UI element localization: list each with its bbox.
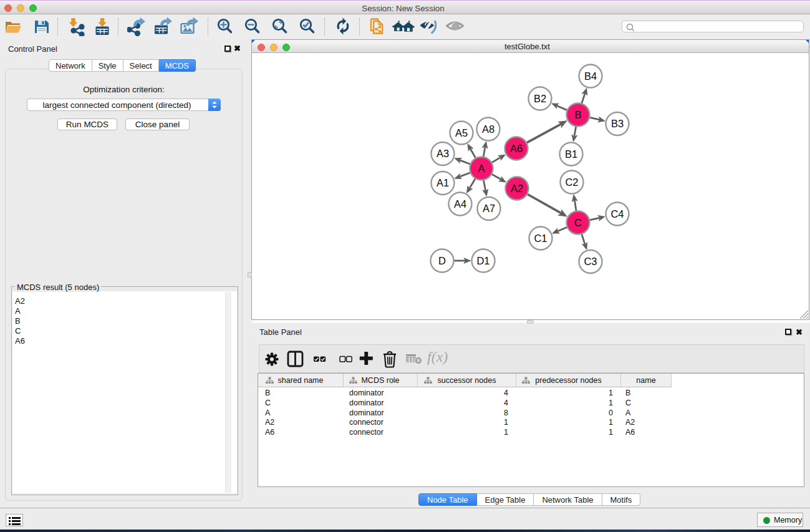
svg-text:A: A xyxy=(478,163,485,174)
svg-text:B2: B2 xyxy=(534,93,546,104)
svg-text:A6: A6 xyxy=(510,143,523,154)
svg-text:D: D xyxy=(438,255,446,266)
svg-text:A4: A4 xyxy=(454,198,466,210)
svg-text:B4: B4 xyxy=(584,70,597,82)
svg-text:B1: B1 xyxy=(565,148,577,160)
svg-text:C: C xyxy=(574,217,582,228)
svg-text:A3: A3 xyxy=(436,148,449,159)
svg-text:C4: C4 xyxy=(610,208,624,220)
svg-text:A1: A1 xyxy=(436,177,449,188)
svg-text:D1: D1 xyxy=(476,255,489,266)
svg-text:B3: B3 xyxy=(611,118,624,129)
svg-text:A5: A5 xyxy=(455,127,468,138)
svg-text:A2: A2 xyxy=(511,183,523,194)
svg-text:B: B xyxy=(574,109,581,120)
svg-text:C2: C2 xyxy=(565,177,578,188)
svg-text:A7: A7 xyxy=(483,203,495,214)
svg-text:C3: C3 xyxy=(584,256,597,267)
svg-text:A8: A8 xyxy=(482,123,494,135)
svg-text:C1: C1 xyxy=(534,233,547,244)
